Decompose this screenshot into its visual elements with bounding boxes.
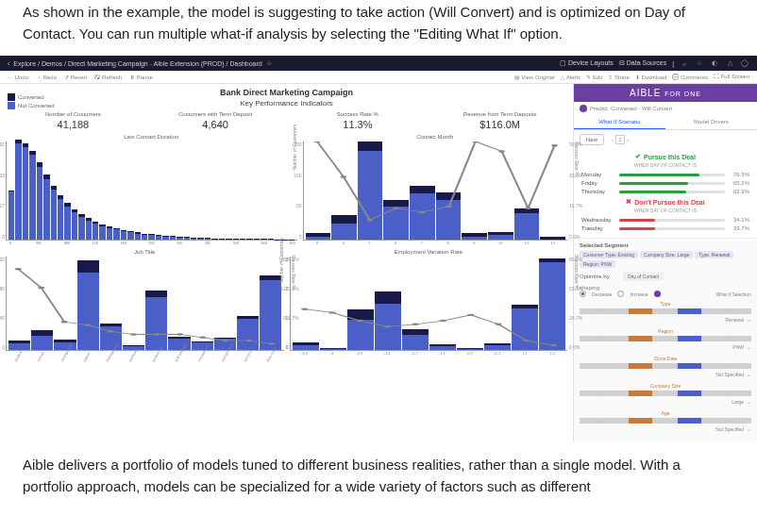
toolbar: ← Undo → Redo ↺ Revert 🗘 Refresh ⏸ Pause… — [0, 71, 757, 84]
kpi-card: Success Rate %11.3% — [291, 111, 426, 130]
alerts-button[interactable]: △ Alerts — [561, 74, 581, 80]
star-nav-icon[interactable]: ☆ — [695, 58, 704, 68]
kpi-subtitle: Key Performance Indicators — [6, 99, 567, 108]
slider-block[interactable]: TypeRenewal ⌄ — [580, 301, 751, 323]
optimize-select[interactable]: Day of Contact — [623, 272, 664, 281]
bar — [375, 291, 401, 350]
aible-brand: AIBLE FOR ONE — [574, 84, 757, 102]
bar — [233, 239, 239, 240]
slider-block[interactable]: Company SizeLarge ⌄ — [580, 383, 751, 405]
pause-button[interactable]: ⏸ Pause — [129, 75, 153, 80]
sidebar-tabs: What If ScenarioModel Drivers — [574, 115, 757, 130]
predict-info: Predict: Converted - Will Convert — [574, 102, 757, 115]
chart-emp-var: Employment Variation Rate Number of Cust… — [290, 249, 568, 377]
search-icon[interactable]: ⌕ — [680, 58, 689, 68]
bar — [254, 239, 260, 240]
sidebar-tab[interactable]: Model Drivers — [665, 115, 757, 129]
data-sources-button[interactable]: ⊟ Data Sources — [619, 59, 666, 67]
chevron-down-icon[interactable]: ⌄ — [747, 371, 751, 377]
bar — [135, 232, 141, 240]
dashboard-screenshot: ‹ Explore / Demos / Direct Marketing Cam… — [0, 56, 757, 441]
bar — [107, 226, 112, 240]
segment-tag[interactable]: Type: Renewal — [695, 251, 733, 258]
legend-item: Converted — [8, 93, 55, 101]
pager[interactable]: ‹ 1 › — [612, 135, 629, 144]
refresh-button[interactable]: 🗘 Refresh — [94, 75, 122, 80]
radio-row: Decrease Increase What if Selection — [580, 291, 751, 297]
bar — [514, 208, 540, 240]
dont-pursue-header: ✖Don't Pursue this Deal — [580, 198, 751, 206]
chevron-down-icon[interactable]: ⌄ — [747, 343, 751, 350]
segment-tags: Customer Type: ExistingCompany Size: Lar… — [580, 251, 751, 268]
bar — [488, 232, 513, 240]
comments-button[interactable]: 💬 Comments — [672, 74, 708, 80]
bar — [293, 342, 319, 350]
pursue-header: ✔Pursue this Deal — [580, 153, 751, 160]
bar — [177, 237, 182, 240]
bar — [15, 140, 21, 240]
share-button[interactable]: ⇪ Share — [608, 74, 630, 80]
target-icon — [580, 105, 587, 112]
bar — [197, 238, 203, 240]
edit-button[interactable]: ✎ Edit — [586, 74, 602, 80]
star-icon[interactable]: ☆ — [266, 59, 272, 67]
segment-tag[interactable]: Region: PNW — [580, 260, 615, 268]
back-chevron-icon[interactable]: ‹ — [8, 60, 9, 67]
clock-icon[interactable]: ◐ — [710, 58, 719, 68]
revert-button[interactable]: ↺ Revert — [64, 74, 87, 80]
chevron-down-icon[interactable]: ⌄ — [747, 316, 751, 323]
bar — [72, 209, 77, 240]
kpi-card: Number of Customers41,188 — [6, 111, 141, 130]
view-original-button[interactable]: ▤ View Original — [514, 74, 555, 80]
bar — [457, 348, 483, 350]
dashboard-main: Bank Direct Marketing Campaign Converted… — [0, 84, 573, 441]
breadcrumb[interactable]: Explore / Demos / Direct Marketing Campa… — [13, 60, 261, 67]
slider-block[interactable]: Close DateNot Specified ⌄ — [580, 356, 751, 377]
segment-header: Selected Segment — [580, 242, 751, 248]
bell-icon[interactable]: △ — [725, 58, 734, 68]
bar — [462, 233, 487, 240]
bar — [268, 239, 274, 240]
chevron-down-icon[interactable]: ⌄ — [747, 425, 751, 432]
bar — [77, 260, 99, 350]
bar — [78, 214, 84, 240]
bar — [429, 344, 456, 350]
cross-icon: ✖ — [626, 198, 631, 206]
undo-button[interactable]: ← Undo — [8, 75, 28, 80]
kpi-row: Number of Customers41,188Customers with … — [6, 111, 567, 130]
device-layouts-button[interactable]: ▢ Device Layouts — [560, 59, 614, 67]
legend-item: Not Converted — [8, 102, 55, 109]
user-icon[interactable]: ◯ — [740, 58, 749, 68]
download-button[interactable]: ⬇ Download — [635, 74, 666, 80]
bar — [99, 224, 105, 240]
kpi-card: Customers with Term Deposit4,640 — [148, 111, 283, 130]
bar — [51, 186, 57, 240]
deal-row: Monday76.3% — [580, 172, 751, 177]
info-icon — [654, 291, 661, 297]
fullscreen-button[interactable]: ⛶ Full Screen — [714, 74, 749, 80]
slider-block[interactable]: AgeNot Specified ⌄ — [580, 410, 751, 432]
chevron-down-icon[interactable]: ⌄ — [747, 398, 751, 405]
segment-tag[interactable]: Customer Type: Existing — [580, 251, 638, 258]
radio-increase[interactable] — [617, 291, 624, 297]
bar — [58, 195, 63, 240]
window-topbar: ‹ Explore / Demos / Direct Marketing Cam… — [0, 56, 757, 71]
redo-button[interactable]: → Redo — [36, 75, 57, 80]
segment-tag[interactable]: Company Size: Large — [640, 251, 693, 258]
aible-sidebar: AIBLE FOR ONE Predict: Converted - Will … — [573, 84, 757, 441]
dashboard-title: Bank Direct Marketing Campaign — [6, 88, 567, 97]
slider-block[interactable]: RegionPNW ⌄ — [580, 328, 751, 350]
bar — [306, 233, 331, 240]
bar — [8, 191, 14, 240]
deal-row: Friday65.2% — [580, 180, 751, 186]
bar — [211, 239, 217, 240]
bar — [121, 230, 126, 240]
bar — [410, 186, 435, 240]
bar — [331, 215, 357, 240]
bar — [347, 309, 374, 350]
bar — [219, 239, 225, 240]
bar — [484, 343, 511, 350]
bar — [113, 228, 119, 240]
sidebar-tab[interactable]: What If Scenario — [574, 115, 665, 129]
legend: ConvertedNot Converted — [8, 93, 55, 109]
